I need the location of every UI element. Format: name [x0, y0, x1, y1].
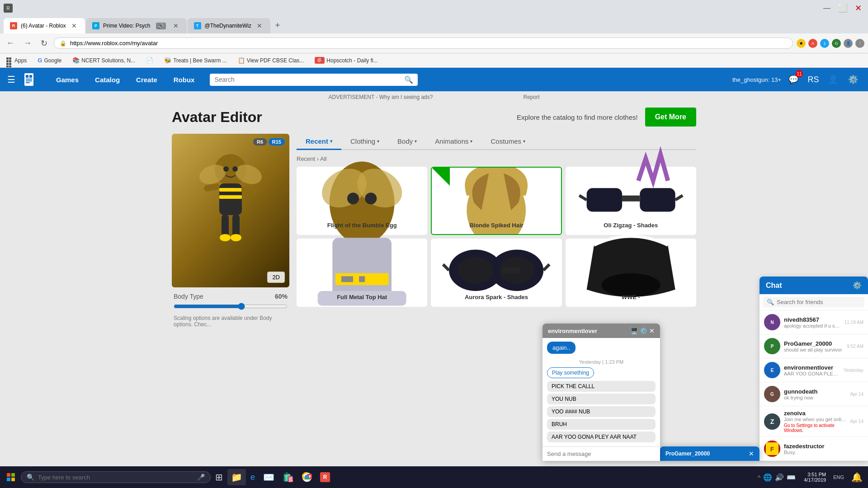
- bookmark-google[interactable]: G Google: [35, 56, 64, 65]
- body-type-slider[interactable]: [174, 303, 288, 310]
- environ-header-actions: 🖥️ ⚙️ ✕: [630, 327, 655, 334]
- close-btn[interactable]: ✕: [852, 1, 864, 15]
- roblox-search-input[interactable]: [214, 76, 401, 83]
- roblox-taskbar-btn[interactable]: R: [316, 469, 334, 485]
- taskbar-search-input[interactable]: [38, 474, 193, 481]
- minimize-btn[interactable]: —: [821, 2, 833, 14]
- chat-input-area: [542, 446, 660, 461]
- hamburger-menu-icon[interactable]: ☰: [7, 74, 15, 85]
- svg-text:F: F: [770, 446, 774, 453]
- tab-close-prime[interactable]: ✕: [171, 21, 180, 30]
- chat-contact-zenoiva[interactable]: Z zenoiva Join me when you get online. G…: [760, 406, 868, 437]
- bookmark-doc[interactable]: 📄: [143, 56, 156, 65]
- network-icon[interactable]: 🌐: [763, 473, 772, 482]
- svg-point-38: [500, 257, 535, 284]
- bookmarks-bar: Apps G Google 📚 NCERT Solutions, N... 📄 …: [0, 53, 868, 68]
- chat-search-area: 🔍: [760, 294, 868, 310]
- roblox-shop-btn[interactable]: RS: [806, 72, 821, 87]
- chat-contact-environ[interactable]: E environmentlover AAR YOO GONA PLEY AAR…: [760, 358, 868, 382]
- catalog-item-aurora-shades[interactable]: Aurora Spark - Shades: [431, 239, 561, 307]
- windows-activate-note: Go to Settings to activate Windows.: [784, 423, 847, 433]
- svg-point-37: [458, 257, 493, 284]
- chat-contact-gunno[interactable]: G gunnodeath ok trying now Apr 14: [760, 382, 868, 406]
- refresh-btn[interactable]: ↻: [38, 37, 50, 50]
- catalog-item-blonde-hair[interactable]: Blonde Spiked Hair: [431, 167, 561, 235]
- roblox-settings-btn[interactable]: ⚙️: [845, 72, 861, 87]
- chat-popup-environ-body: again.. Yesterday | 1:23 PM Play somethi…: [542, 338, 660, 446]
- extension-icon-2[interactable]: 1: [820, 39, 829, 48]
- nav-link-catalog[interactable]: Catalog: [87, 68, 128, 91]
- search-friends-input[interactable]: [777, 299, 861, 305]
- roblox-profile-btn[interactable]: 👤: [826, 72, 841, 87]
- sound-icon[interactable]: 🔊: [775, 473, 784, 482]
- keyboard-icon[interactable]: ⌨️: [787, 473, 796, 482]
- chrome-btn[interactable]: [298, 469, 316, 485]
- star-icon[interactable]: ★: [797, 39, 806, 48]
- catalog-item-wwe[interactable]: WWE -: [566, 239, 696, 307]
- extension-icon-1[interactable]: A: [808, 39, 817, 48]
- catalog-item-top-hat[interactable]: Full Metal Top Hat: [297, 239, 427, 307]
- file-explorer-btn[interactable]: 📁: [227, 469, 246, 485]
- new-tab-btn[interactable]: +: [271, 19, 284, 32]
- user-icon[interactable]: 👤: [844, 39, 853, 48]
- roblox-logo[interactable]: [21, 71, 37, 88]
- tab-costumes[interactable]: Costumes ▾: [481, 134, 534, 150]
- 2d-toggle-btn[interactable]: 2D: [267, 272, 285, 283]
- sub-chat-close-btn[interactable]: ✕: [749, 450, 754, 457]
- bookmark-bee[interactable]: 🐝 Treats | Bee Swarm ...: [161, 56, 230, 65]
- task-view-btn[interactable]: ⊞: [212, 469, 226, 485]
- maximize-btn[interactable]: ⬜: [835, 1, 850, 15]
- notifications-taskbar-btn[interactable]: 🔔: [848, 469, 866, 485]
- ad-text: ADVERTISEMENT - Why am I seeing ads?: [329, 94, 433, 100]
- bookmark-hopscotch[interactable]: 🎯 Hopscotch - Daily fi...: [312, 56, 380, 65]
- forward-btn[interactable]: →: [21, 37, 34, 50]
- report-link[interactable]: Report: [523, 94, 539, 100]
- bookmark-ncert[interactable]: 📚 NCERT Solutions, N...: [70, 56, 138, 65]
- environ-settings-btn[interactable]: ⚙️: [640, 327, 647, 334]
- store-btn[interactable]: 🛍️: [279, 469, 297, 485]
- extension-icon-3[interactable]: G: [832, 39, 841, 48]
- chat-contact-faze[interactable]: F fazedestructor Busy.: [760, 437, 868, 461]
- back-btn[interactable]: ←: [4, 37, 17, 50]
- chat-contact-nivedh[interactable]: N nivedh83567 apology accepted if u stop…: [760, 310, 868, 334]
- svg-rect-10: [219, 188, 242, 192]
- outlook-btn[interactable]: ✉️: [259, 469, 278, 485]
- contact-info-zenoiva: zenoiva Join me when you get online. Go …: [784, 410, 847, 433]
- tab-close-twitter[interactable]: ✕: [255, 21, 264, 30]
- svg-rect-29: [332, 238, 392, 297]
- chat-notifications-btn[interactable]: 💬 11: [786, 72, 801, 87]
- taskbar-clock[interactable]: 3:51 PM 4/17/2019: [800, 472, 830, 483]
- svg-rect-14: [222, 214, 229, 237]
- environ-close-btn[interactable]: ✕: [649, 327, 655, 334]
- tab-animations[interactable]: Animations ▾: [426, 134, 481, 150]
- get-more-btn[interactable]: Get More: [645, 108, 696, 127]
- suggestion-play[interactable]: Play something: [547, 367, 594, 378]
- nav-link-robux[interactable]: Robux: [165, 68, 203, 91]
- mic-icon[interactable]: 🎤: [197, 474, 205, 481]
- contact-msg-nivedh: apology accepted if u stop callin...: [784, 323, 841, 328]
- environ-screen-btn[interactable]: 🖥️: [630, 327, 638, 334]
- edge-browser-btn[interactable]: e: [247, 470, 259, 485]
- menu-icon[interactable]: ⋮: [855, 39, 864, 48]
- chat-contact-progamer[interactable]: P ProGamer_20000 should we all play surv…: [760, 334, 868, 358]
- badge-r15[interactable]: R15: [269, 138, 285, 145]
- address-input[interactable]: [70, 40, 787, 47]
- google-icon: G: [38, 57, 42, 64]
- tab-twitter[interactable]: T @TheDynamiteWiz ✕: [188, 18, 271, 33]
- contact-info-nivedh: nivedh83567 apology accepted if u stop c…: [784, 316, 841, 328]
- roblox-search-btn[interactable]: 🔍: [404, 75, 413, 84]
- badge-r6[interactable]: R6: [253, 138, 267, 145]
- systray: ^ 🌐 🔊 ⌨️: [754, 473, 799, 482]
- chat-send-input[interactable]: [547, 450, 656, 457]
- start-button[interactable]: [2, 470, 20, 484]
- chat-msg-pick: PICK THE CALLL: [547, 381, 656, 392]
- nav-link-games[interactable]: Games: [48, 68, 87, 91]
- systray-arrow[interactable]: ^: [758, 474, 760, 481]
- tab-prime[interactable]: P Prime Video: Psych 🔊 ✕: [86, 18, 187, 33]
- bookmark-apps[interactable]: Apps: [4, 56, 29, 65]
- nav-link-create[interactable]: Create: [128, 68, 165, 91]
- chat-sidebar-settings-icon[interactable]: ⚙️: [853, 281, 862, 290]
- tab-roblox[interactable]: R (6) Avatar - Roblox ✕: [4, 18, 85, 33]
- tab-close-roblox[interactable]: ✕: [70, 21, 79, 30]
- bookmark-cbse[interactable]: 📋 View PDF CBSE Clas...: [235, 56, 307, 65]
